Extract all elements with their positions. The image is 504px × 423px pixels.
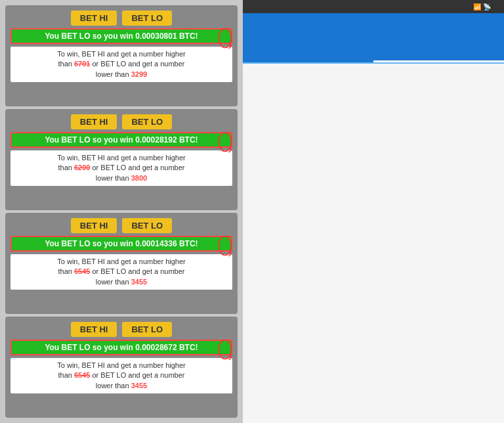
tab-btc[interactable] (373, 47, 504, 62)
win-banner-2: You BET LO so you win 0.00014336 BTC! (10, 236, 232, 252)
status-bar: 📶 📡 (243, 0, 504, 13)
bet-lo-button-0[interactable]: BET LO (122, 11, 172, 26)
bet-card-3: BET HI BET LO You BET LO so you win 0.00… (5, 317, 238, 418)
bet-desc-2: To win, BET HI and get a number higher t… (10, 254, 232, 290)
bet-buttons-0: BET HI BET LO (71, 11, 172, 26)
bet-lo-button-3[interactable]: BET LO (122, 322, 172, 337)
app-header (243, 13, 504, 47)
bet-hi-button-1[interactable]: BET HI (71, 114, 117, 129)
transaction-list (243, 64, 504, 423)
bet-hi-button-0[interactable]: BET HI (71, 11, 117, 26)
tab-php[interactable] (243, 47, 373, 62)
bet-desc-1: To win, BET HI and get a number higher t… (10, 150, 232, 186)
bet-buttons-2: BET HI BET LO (71, 218, 172, 233)
bet-hi-button-2[interactable]: BET HI (71, 218, 117, 233)
win-banner-3: You BET LO so you win 0.00028672 BTC! (10, 340, 232, 355)
bet-desc-0: To win, BET HI and get a number higher t… (10, 47, 232, 82)
win-banner-0: You BET LO so you win 0.00030801 BTC! (10, 28, 232, 44)
win-banner-1: You BET LO so you win 0.00028192 BTC! (10, 132, 232, 148)
bet-card-0: BET HI BET LO You BET LO so you win 0.00… (5, 5, 238, 106)
wallet-tabs (243, 47, 504, 64)
transactions-wrapper (243, 64, 504, 423)
bet-desc-3: To win, BET HI and get a number higher t… (10, 358, 232, 393)
status-icons: 📶 📡 (473, 3, 491, 11)
left-panel: BET HI BET LO You BET LO so you win 0.00… (0, 0, 243, 423)
bet-lo-button-2[interactable]: BET LO (122, 218, 172, 233)
right-panel: 📶 📡 (243, 0, 504, 423)
bet-buttons-3: BET HI BET LO (71, 322, 172, 337)
bet-buttons-1: BET HI BET LO (71, 114, 172, 129)
bet-hi-button-3[interactable]: BET HI (71, 322, 117, 337)
bet-card-1: BET HI BET LO You BET LO so you win 0.00… (5, 109, 238, 210)
bet-card-2: BET HI BET LO You BET LO so you win 0.00… (5, 213, 238, 314)
bet-lo-button-1[interactable]: BET LO (122, 114, 172, 129)
